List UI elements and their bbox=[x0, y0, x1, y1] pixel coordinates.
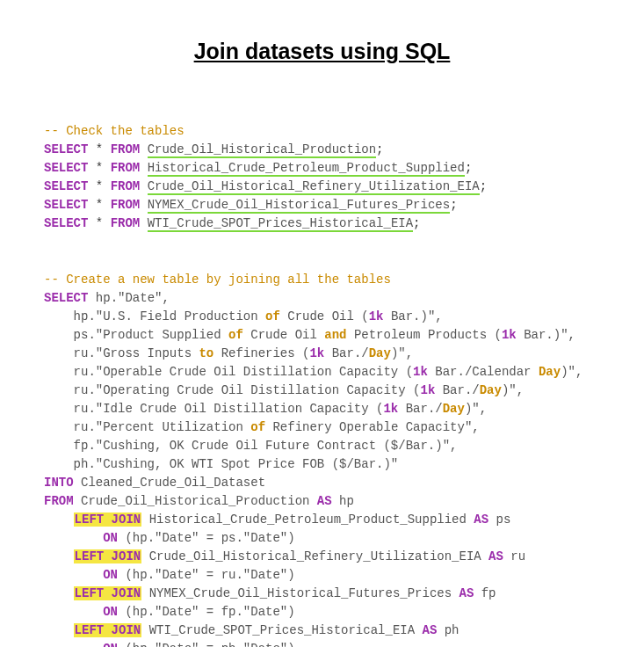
on-line: ON (hp."Date" = ph."Date") bbox=[44, 642, 295, 648]
on-line: ON (hp."Date" = ru."Date") bbox=[44, 568, 295, 582]
sql-comment: -- Check the tables bbox=[44, 124, 185, 138]
join-line: LEFT JOIN NYMEX_Crude_Oil_Historical_Fut… bbox=[44, 586, 496, 600]
from-line: FROM Crude_Oil_Historical_Production AS … bbox=[44, 494, 354, 508]
column-line: ph."Cushing, OK WTI Spot Price FOB ($/Ba… bbox=[44, 457, 398, 471]
select-line-4: SELECT * FROM WTI_Crude_SPOT_Prices_Hist… bbox=[44, 216, 421, 232]
on-line: ON (hp."Date" = ps."Date") bbox=[44, 531, 295, 545]
column-line: ru."Gross Inputs to Refineries (1k Bar./… bbox=[44, 346, 413, 360]
column-line: ru."Idle Crude Oil Distillation Capacity… bbox=[44, 402, 487, 416]
join-line: LEFT JOIN WTI_Crude_SPOT_Prices_Historic… bbox=[44, 623, 459, 637]
into-line: INTO Cleaned_Crude_Oil_Dataset bbox=[44, 476, 265, 490]
select-line: SELECT hp."Date", bbox=[44, 291, 170, 305]
select-line-2: SELECT * FROM Crude_Oil_Historical_Refin… bbox=[44, 179, 487, 195]
on-line: ON (hp."Date" = fp."Date") bbox=[44, 605, 295, 619]
column-line: fp."Cushing, OK Crude Oil Future Contrac… bbox=[44, 439, 457, 453]
column-line: ru."Operable Crude Oil Distillation Capa… bbox=[44, 365, 582, 379]
select-line-0: SELECT * FROM Crude_Oil_Historical_Produ… bbox=[44, 142, 384, 158]
sql-code-block: -- Check the tables SELECT * FROM Crude_… bbox=[44, 104, 600, 648]
select-line-3: SELECT * FROM NYMEX_Crude_Oil_Historical… bbox=[44, 198, 458, 214]
sql-comment: -- Create a new table by joining all the… bbox=[44, 273, 391, 287]
join-line: LEFT JOIN Historical_Crude_Petroleum_Pro… bbox=[44, 513, 510, 527]
column-line: hp."U.S. Field Production of Crude Oil (… bbox=[44, 309, 443, 324]
column-line: ru."Percent Utilization of Refinery Oper… bbox=[44, 420, 480, 434]
join-line: LEFT JOIN Crude_Oil_Historical_Refinery_… bbox=[44, 549, 525, 563]
select-line-1: SELECT * FROM Historical_Crude_Petroleum… bbox=[44, 161, 472, 177]
column-line: ru."Operating Crude Oil Distillation Cap… bbox=[44, 383, 524, 397]
column-line: ps."Product Supplied of Crude Oil and Pe… bbox=[44, 328, 575, 342]
page-title: Join datasets using SQL bbox=[44, 35, 600, 69]
